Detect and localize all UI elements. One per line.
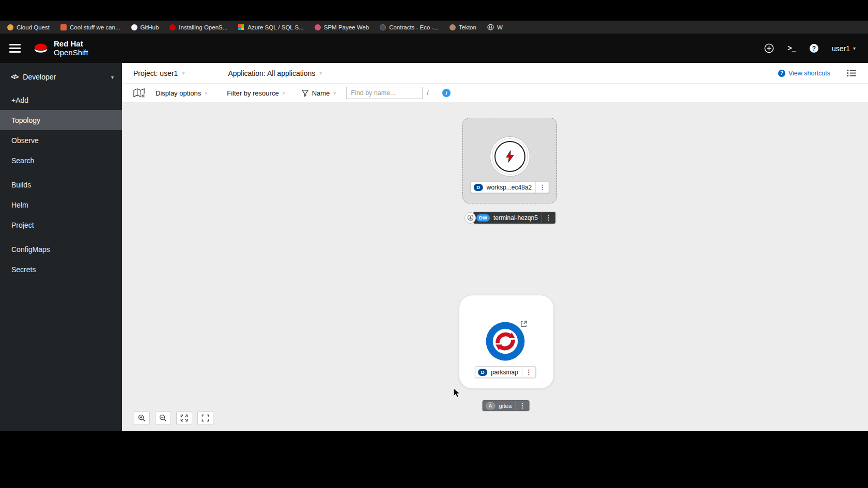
sidebar: </> Developer ▾ +Add Topology Observe Se… bbox=[0, 63, 122, 431]
list-view-toggle-icon[interactable] bbox=[847, 69, 857, 77]
slash-shortcut-hint: / bbox=[427, 89, 428, 97]
parksmap-node-label[interactable]: D parksmap ⋮ bbox=[475, 366, 536, 378]
bookmark-favicon bbox=[60, 24, 67, 30]
display-options-label: Display options bbox=[156, 89, 201, 97]
bookmark-tekton[interactable]: Tekton bbox=[450, 24, 476, 30]
web-terminal-icon[interactable]: >_ bbox=[787, 44, 796, 53]
perspective-label: Developer bbox=[23, 73, 56, 81]
github-icon bbox=[131, 24, 137, 30]
bookmark-label: W bbox=[497, 24, 503, 30]
zoom-out-button[interactable] bbox=[155, 411, 171, 425]
workspace-node[interactable] bbox=[490, 136, 530, 177]
terminal-label-text: terminal-hezqn5 bbox=[490, 214, 541, 222]
bookmark-cool-stuff[interactable]: Cool stuff we can... bbox=[60, 24, 120, 30]
kebab-menu-icon[interactable]: ⋮ bbox=[542, 214, 555, 222]
chevron-down-icon: ▾ bbox=[853, 45, 856, 51]
username: user1 bbox=[832, 44, 850, 53]
workspace-icon bbox=[494, 141, 525, 172]
bookmark-installing-openshift[interactable]: Installing OpenS... bbox=[169, 24, 227, 30]
sidebar-item-topology[interactable]: Topology bbox=[0, 110, 122, 130]
sidebar-item-builds[interactable]: Builds bbox=[0, 175, 122, 195]
terminal-node-label[interactable]: DW terminal-hezqn5 ⋮ bbox=[473, 212, 555, 224]
topology-canvas[interactable]: D worksp...ec48a2 ⋮ DW terminal-hezqn5 ⋮ bbox=[122, 103, 868, 431]
project-selector[interactable]: Project: user1 ▾ bbox=[133, 69, 184, 77]
terminal-decorator-icon[interactable] bbox=[464, 212, 476, 224]
bookmark-label: GitHub bbox=[141, 24, 159, 30]
view-shortcuts-label: View shortcuts bbox=[788, 70, 830, 77]
brand-text: Red Hat OpenShift bbox=[54, 40, 88, 57]
sidebar-item-observe[interactable]: Observe bbox=[0, 130, 122, 150]
terminal-node[interactable]: DW terminal-hezqn5 ⋮ bbox=[464, 212, 555, 224]
bookmark-spm-payee[interactable]: SPM Payee Web bbox=[315, 24, 369, 30]
zoom-controls bbox=[134, 411, 213, 425]
bookmark-label: Cool stuff we can... bbox=[70, 24, 120, 30]
parksmap-label-text: parksmap bbox=[487, 369, 522, 376]
topology-toolbar: Display options ▾ Filter by resource ▾ N… bbox=[122, 84, 868, 103]
lightning-bolt-icon bbox=[503, 150, 517, 163]
bookmark-github[interactable]: GitHub bbox=[131, 24, 159, 30]
filter-type-dropdown[interactable]: Name ▾ bbox=[302, 89, 336, 97]
quick-create-plus-icon[interactable] bbox=[764, 43, 774, 53]
bookmark-favicon bbox=[169, 24, 176, 30]
bookmark-label: Tekton bbox=[459, 24, 476, 30]
sidebar-item-project[interactable]: Project bbox=[0, 215, 122, 235]
application-badge: A bbox=[486, 402, 495, 410]
nav-toggle-hamburger-icon[interactable] bbox=[9, 44, 21, 53]
bookmark-favicon bbox=[7, 24, 13, 30]
filter-by-resource-dropdown[interactable]: Filter by resource ▾ bbox=[227, 89, 285, 97]
masthead: Red Hat OpenShift >_ ? user1 ▾ bbox=[0, 34, 868, 63]
workspace-label-text: worksp...ec48a2 bbox=[483, 184, 535, 191]
sidebar-item-helm[interactable]: Helm bbox=[0, 195, 122, 215]
deployment-badge: D bbox=[474, 184, 483, 191]
main-content: Project: user1 ▾ Application: All applic… bbox=[122, 63, 868, 431]
project-selector-label: Project: user1 bbox=[133, 69, 178, 77]
fullscreen-button[interactable] bbox=[197, 411, 213, 425]
kebab-menu-icon[interactable]: ⋮ bbox=[522, 368, 535, 376]
brand-line2: OpenShift bbox=[54, 49, 88, 57]
help-icon[interactable]: ? bbox=[810, 44, 818, 53]
chevron-down-icon: ▾ bbox=[182, 70, 184, 76]
info-icon[interactable]: i bbox=[442, 89, 451, 97]
deployment-badge: D bbox=[478, 369, 487, 376]
bookmark-azure-sql[interactable]: Azure SQL / SQL S... bbox=[238, 24, 303, 30]
globe-icon bbox=[487, 24, 494, 30]
bookmark-label: Azure SQL / SQL S... bbox=[247, 24, 303, 30]
mouse-cursor bbox=[453, 388, 461, 401]
topology-view-icon[interactable] bbox=[133, 88, 145, 98]
bookmark-w[interactable]: W bbox=[487, 24, 503, 30]
perspective-switcher[interactable]: </> Developer ▾ bbox=[0, 63, 122, 90]
find-by-name-input[interactable] bbox=[346, 87, 423, 99]
fit-to-screen-button[interactable] bbox=[176, 411, 192, 425]
sidebar-item-secrets[interactable]: Secrets bbox=[0, 259, 122, 279]
zoom-in-button[interactable] bbox=[134, 411, 150, 425]
letterbox-bottom bbox=[0, 431, 868, 488]
chevron-down-icon: ▾ bbox=[333, 90, 336, 96]
code-icon: </> bbox=[11, 73, 18, 81]
filter-funnel-icon bbox=[302, 90, 308, 97]
bookmark-contracts[interactable]: Contracts - Eco -... bbox=[380, 24, 439, 30]
display-options-dropdown[interactable]: Display options ▾ bbox=[156, 89, 207, 97]
external-link-icon[interactable] bbox=[520, 320, 528, 330]
chevron-down-icon: ▾ bbox=[111, 74, 114, 80]
bookmark-cloud-quest[interactable]: Cloud Quest bbox=[7, 24, 50, 30]
chevron-down-icon: ▾ bbox=[283, 90, 285, 96]
workspace-node-label[interactable]: D worksp...ec48a2 ⋮ bbox=[471, 181, 549, 193]
bookmark-favicon bbox=[315, 24, 321, 30]
devworkspace-badge: DW bbox=[476, 214, 490, 222]
bookmark-label: Cloud Quest bbox=[17, 24, 50, 30]
question-circle-icon: ? bbox=[778, 70, 785, 77]
sidebar-item-configmaps[interactable]: ConfigMaps bbox=[0, 239, 122, 259]
view-shortcuts-link[interactable]: ? View shortcuts bbox=[778, 70, 830, 77]
sidebar-item-add[interactable]: +Add bbox=[0, 90, 122, 110]
chevron-down-icon: ▾ bbox=[319, 70, 322, 76]
redhat-hat-icon bbox=[32, 42, 50, 55]
application-selector[interactable]: Application: All applications ▾ bbox=[228, 69, 322, 77]
brand-logo[interactable]: Red Hat OpenShift bbox=[32, 40, 88, 57]
bookmark-label: Contracts - Eco -... bbox=[389, 24, 439, 30]
kebab-menu-icon[interactable]: ⋮ bbox=[516, 402, 529, 410]
brand-line1: Red Hat bbox=[54, 40, 88, 49]
user-menu[interactable]: user1 ▾ bbox=[832, 44, 856, 53]
gitea-node-label[interactable]: A gitea ⋮ bbox=[483, 400, 530, 411]
kebab-menu-icon[interactable]: ⋮ bbox=[536, 183, 549, 191]
sidebar-item-search[interactable]: Search bbox=[0, 150, 122, 170]
